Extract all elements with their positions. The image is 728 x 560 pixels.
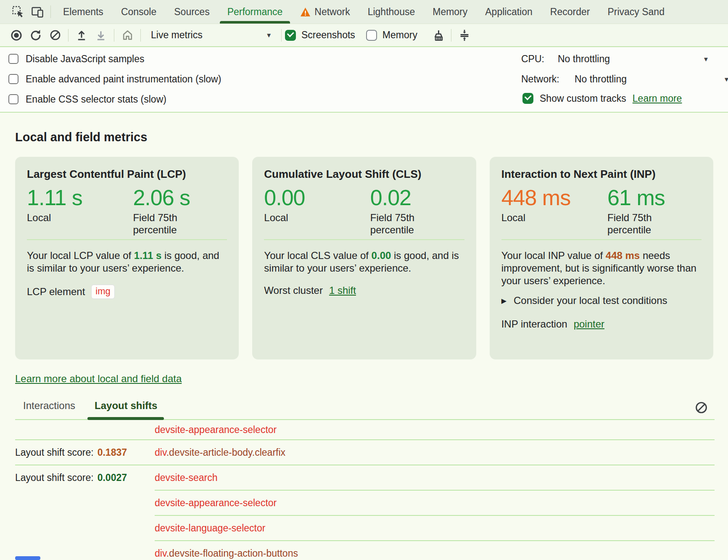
network-throttling-select[interactable]: No throttling <box>575 72 627 86</box>
chevron-down-icon: ▼ <box>266 32 272 39</box>
worst-cluster-link[interactable]: 1 shift <box>329 285 356 296</box>
clear-log-button[interactable] <box>695 401 708 414</box>
lcp-element-label: LCP element <box>27 286 85 298</box>
disable-js-samples-checkbox[interactable] <box>8 54 18 64</box>
shift-node-link[interactable]: devsite-search <box>155 472 218 483</box>
node-classes: .devsite-floating-action-buttons <box>166 548 298 559</box>
gc-button[interactable] <box>428 26 448 45</box>
record-and-reload-button[interactable] <box>26 26 45 45</box>
shift-node-link[interactable]: div.devsite-floating-action-buttons <box>155 548 298 559</box>
inspect-element-button[interactable] <box>8 2 28 21</box>
card-divider <box>264 239 464 240</box>
score-label: Layout shift score: <box>15 472 94 483</box>
score-value: 0.1837 <box>98 447 127 458</box>
desc-text: Your local INP value of <box>501 250 606 261</box>
inp-card-title: Interaction to Next Paint (INP) <box>501 168 702 180</box>
chevron-down-icon[interactable]: ▼ <box>703 55 709 63</box>
cpu-label: CPU: <box>521 53 544 65</box>
css-selector-stats-option[interactable]: Enable CSS selector stats (slow) <box>8 92 166 106</box>
layout-shift-row: devsite-appearance-selector <box>15 491 715 515</box>
inp-description: Your local INP value of 448 ms needs imp… <box>501 249 702 287</box>
css-selector-stats-checkbox[interactable] <box>8 94 18 104</box>
page-title: Local and field metrics <box>15 130 728 144</box>
broom-icon <box>432 29 444 42</box>
layout-shift-row: devsite-language-selector <box>15 516 715 540</box>
show-custom-tracks-checkbox[interactable] <box>522 93 533 104</box>
memory-checkbox[interactable] <box>366 30 377 41</box>
disable-js-samples-option[interactable]: Disable JavaScript samples <box>8 52 145 66</box>
shift-node-link[interactable]: div.devsite-article-body.clearfix <box>155 447 285 458</box>
lcp-description: Your local LCP value of 1.11 s is good, … <box>27 249 227 275</box>
shift-node-link[interactable]: devsite-language-selector <box>155 523 265 534</box>
block-icon <box>50 29 61 41</box>
layout-shift-row: Layout shift score: 0.1837 div.devsite-a… <box>15 440 715 465</box>
lcp-card: Largest Contentful Paint (LCP) 1.11 s Lo… <box>15 157 239 359</box>
lcp-element-node-link[interactable]: img <box>91 285 114 299</box>
live-metrics-dropdown[interactable]: Live metrics ▼ <box>144 26 278 45</box>
screenshots-checkbox[interactable] <box>285 30 296 41</box>
toolbar-separator <box>451 29 451 42</box>
tab-lighthouse[interactable]: Lighthouse <box>359 0 424 24</box>
consider-local-conditions-expander[interactable]: ▶ Consider your local test conditions <box>501 295 702 306</box>
lcp-local-label: Local <box>27 211 94 224</box>
advanced-paint-checkbox[interactable] <box>8 74 18 84</box>
node-tag: div <box>155 447 166 458</box>
card-divider <box>27 239 227 240</box>
upload-icon <box>76 29 87 41</box>
tab-label: Network <box>314 6 350 18</box>
layout-shift-row: div.devsite-floating-action-buttons <box>15 541 715 560</box>
tab-console[interactable]: Console <box>112 0 165 24</box>
collapse-sections-button[interactable] <box>455 26 474 45</box>
live-metrics-log-panel: Interactions Layout shifts devsite-appea… <box>15 385 715 560</box>
tab-label: Performance <box>227 6 283 18</box>
tab-label: Lighthouse <box>368 6 415 18</box>
tab-elements[interactable]: Elements <box>54 0 112 24</box>
inp-card: Interaction to Next Paint (INP) 448 ms L… <box>490 157 713 359</box>
node-classes: .devsite-article-body.clearfix <box>166 447 285 458</box>
tab-sources[interactable]: Sources <box>165 0 218 24</box>
network-throttling-label-row: Network: <box>521 72 559 86</box>
desc-value: 448 ms <box>606 250 640 261</box>
download-profile-button[interactable] <box>91 26 111 45</box>
custom-tracks-learn-more-link[interactable]: Learn more <box>633 93 682 104</box>
local-field-data-learn-more-link[interactable]: Learn more about local and field data <box>15 373 182 384</box>
home-button[interactable] <box>118 26 137 45</box>
tab-interactions[interactable]: Interactions <box>23 400 75 419</box>
tab-network[interactable]: Network <box>291 0 359 24</box>
capture-settings-panel: Disable JavaScript samples Enable advanc… <box>0 47 728 113</box>
show-custom-tracks-option: Show custom tracks Learn more <box>522 91 682 106</box>
tab-layout-shifts[interactable]: Layout shifts <box>95 400 157 419</box>
lcp-field-label: Field 75th percentile <box>133 211 200 236</box>
upload-profile-button[interactable] <box>72 26 91 45</box>
clear-button[interactable] <box>45 26 65 45</box>
tab-performance[interactable]: Performance <box>219 0 292 24</box>
inp-local-value: 448 ms <box>501 185 607 210</box>
node-tag: devsite-appearance-selector <box>155 497 277 508</box>
tab-application[interactable]: Application <box>476 0 541 24</box>
chevron-down-icon[interactable]: ▼ <box>723 76 728 83</box>
advanced-paint-option[interactable]: Enable advanced paint instrumentation (s… <box>8 72 221 86</box>
tab-memory[interactable]: Memory <box>424 0 476 24</box>
devtools-tabbar: Elements Console Sources Performance Net… <box>0 0 728 24</box>
shift-node-link[interactable]: devsite-appearance-selector <box>155 497 277 509</box>
horizontal-scrollbar-thumb[interactable] <box>15 556 40 560</box>
cls-card: Cumulative Layout Shift (CLS) 0.00 Local… <box>252 157 476 359</box>
network-label: Network: <box>521 74 559 85</box>
toolbar-separator <box>68 29 69 42</box>
show-custom-tracks-label: Show custom tracks <box>540 93 626 104</box>
metric-cards: Largest Contentful Paint (LCP) 1.11 s Lo… <box>15 157 713 359</box>
device-toolbar-button[interactable] <box>28 2 47 21</box>
cls-card-title: Cumulative Layout Shift (CLS) <box>264 168 464 180</box>
tab-privacy-sandbox[interactable]: Privacy Sand <box>599 0 673 24</box>
desc-text: Your local LCP value of <box>27 250 134 261</box>
cls-description: Your local CLS value of 0.00 is good, an… <box>264 249 464 275</box>
shift-node-link[interactable]: devsite-appearance-selector <box>155 424 277 436</box>
tab-label: Privacy Sand <box>607 6 665 18</box>
record-button[interactable] <box>7 26 26 45</box>
inp-interaction-link[interactable]: pointer <box>574 318 604 330</box>
cpu-throttling-select[interactable]: No throttling <box>558 52 610 66</box>
worst-cluster-label: Worst cluster <box>264 285 323 296</box>
memory-label: Memory <box>382 29 417 41</box>
tab-recorder[interactable]: Recorder <box>541 0 599 24</box>
live-metrics-label: Live metrics <box>151 29 203 41</box>
